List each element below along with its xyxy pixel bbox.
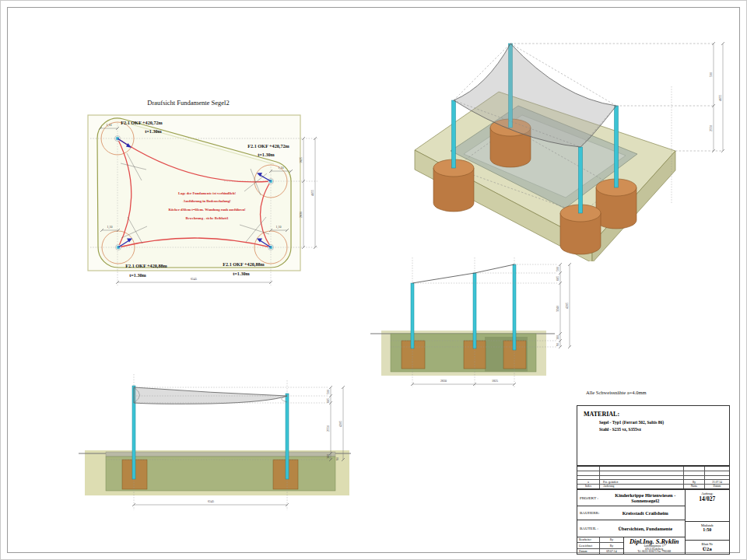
iso-view: 500 2550 4655 xyxy=(405,20,732,261)
dim-label: 160 xyxy=(326,454,330,459)
dim-label: 6545 xyxy=(191,277,197,281)
dim-label: 2550 xyxy=(326,425,330,432)
dim-label: 500 xyxy=(709,72,713,77)
dim-label: 2830 xyxy=(440,379,447,383)
sail-edge-line xyxy=(412,264,514,283)
note-line: Ausführung in Bodenschalung! xyxy=(183,199,231,203)
blatt-label: Blatt Nr xyxy=(686,541,729,546)
blatt-cell: Blatt Nr Ü2a xyxy=(686,541,729,554)
dim-label: 4205 xyxy=(565,303,569,309)
revision-header-index: Index xyxy=(577,485,600,488)
projekt-value: Kinderkrippe Hirtenwiesen - Sonnensegel2 xyxy=(606,492,685,503)
dim-label: 4655 xyxy=(310,190,314,196)
massstab-label: Maßstab xyxy=(686,522,729,527)
note-line: Lage der Fundamente ist verbindlich! xyxy=(178,191,237,195)
dim-label: 4205 xyxy=(338,421,342,427)
dim-label: 665 xyxy=(326,398,330,403)
foundation-label: F2.1 OKF +420,88m xyxy=(125,263,167,268)
dim-label: 2830 xyxy=(299,212,303,218)
bauteil-row: BAUTEIL : Übersichten, Fundamente xyxy=(577,520,685,537)
bauherr-row: BAUHERR: Kreisstadt Crailsheim xyxy=(577,506,685,520)
plan-title: Draufsicht Fundamente Segel2 xyxy=(147,99,229,107)
bauteil-value: Übersichten, Fundamente xyxy=(606,526,685,531)
side-elevation-view: 500 665 3240 160 90 4205 2830 1825 xyxy=(370,254,580,397)
auftrag-label: Auftrag: xyxy=(686,490,729,495)
gezeichnet-label: Gezeichnet xyxy=(577,543,600,548)
foundation-label: F2.1 OKF +420,72m xyxy=(121,120,163,125)
dim-label: 1825 xyxy=(299,157,303,163)
blatt-value: Ü2a xyxy=(686,546,729,552)
auftrag-value: 14/027 xyxy=(686,495,729,502)
dim-label: 90 xyxy=(335,457,339,460)
dim-label: 500 xyxy=(326,390,330,394)
author-mini-table: BearbeiterRy GezeichnetRy Datum09.07.14 xyxy=(577,537,624,554)
foundation-label: t=1.30m xyxy=(233,271,250,276)
material-box: MATERIAL: Segel - Typ1 (Ferrari 502, Sol… xyxy=(577,405,730,466)
sail-section xyxy=(134,387,287,404)
drawing-sheet: Draufsicht Fundamente Segel2 xyxy=(0,0,747,560)
projekt-label: PROJEKT : xyxy=(577,496,606,500)
title-block: PROJEKT : Kinderkrippe Hirtenwiesen - So… xyxy=(577,489,730,555)
note-line: Bewehrung - siehe Beiblatt1 xyxy=(186,216,230,220)
material-segel: Segel - Typ1 (Ferrari 502, Soltis 86) xyxy=(577,418,729,425)
dim-label: 6545 xyxy=(208,499,214,503)
dim-label: 500 xyxy=(556,267,559,271)
plan-view: Draufsicht Fundamente Segel2 xyxy=(44,86,370,312)
foundation-label: F2.1 OKF +420,72m xyxy=(247,143,289,149)
projekt-row: PROJEKT : Kinderkrippe Hirtenwiesen - So… xyxy=(577,490,685,506)
dim-label: 160 xyxy=(556,335,559,340)
dim-label: 2550 xyxy=(709,125,713,131)
material-stahl: Stahl - S235 vz, S355vz xyxy=(577,425,729,432)
firm-contact: Tel. 06221-830673 Fax -7965068 xyxy=(624,551,685,554)
auftrag-cell: Auftrag: 14/027 xyxy=(686,490,729,522)
revision-header-name: Name xyxy=(684,485,705,488)
bearbeiter-value: Ry xyxy=(600,538,623,541)
material-header: MATERIAL: xyxy=(577,406,729,418)
revision-header-date: Datum xyxy=(705,485,729,488)
bauherr-value: Kreisstadt Crailsheim xyxy=(606,510,685,516)
massstab-cell: Maßstab 1:50 xyxy=(686,522,729,541)
massstab-value: 1:50 xyxy=(686,527,729,532)
paving-strip xyxy=(106,452,335,457)
dim-label: 4655 xyxy=(718,95,722,101)
note-line: Köcher d30cm t=60cm- Wandung rauh ausfüh… xyxy=(168,208,246,212)
foundation-label: t=1.30m xyxy=(258,152,275,157)
foundation-label: F2.1 OKF +420,88m xyxy=(223,261,265,267)
gezeichnet-value: Ry xyxy=(600,544,623,548)
firm-block: Dipl.Ing. S.Ryklin Ladenburgstrasse 17 6… xyxy=(624,537,685,554)
datum-value: 09.07.14 xyxy=(600,550,623,553)
dim-label: 665 xyxy=(556,276,559,281)
weld-note: Alle Schweissnähte a=4.0mm xyxy=(586,390,647,395)
bauherr-label: BAUHERR: xyxy=(577,511,606,515)
foundation-label: t=1.30m xyxy=(145,128,162,134)
revision-header-row: Index Änderung Name Datum xyxy=(577,484,729,488)
datum-label: Datum xyxy=(577,549,600,554)
bearbeiter-label: Bearbeiter xyxy=(577,537,600,542)
revision-table: a Pos. geändert Ry 21.07.14 Index Änderu… xyxy=(577,466,730,489)
dim-label: 90 xyxy=(556,343,559,346)
foundation-sections xyxy=(402,341,526,369)
dim-label: 1825 xyxy=(492,379,498,383)
revision-header-change: Änderung xyxy=(600,485,684,488)
author-row: BearbeiterRy GezeichnetRy Datum09.07.14 … xyxy=(577,537,685,554)
dim-label: 3240 xyxy=(556,306,559,312)
bauteil-label: BAUTEIL : xyxy=(577,527,606,530)
front-elevation-view: 500 665 2550 160 90 4205 6545 xyxy=(79,366,351,522)
foundation-label: t=1.30m xyxy=(129,272,146,278)
